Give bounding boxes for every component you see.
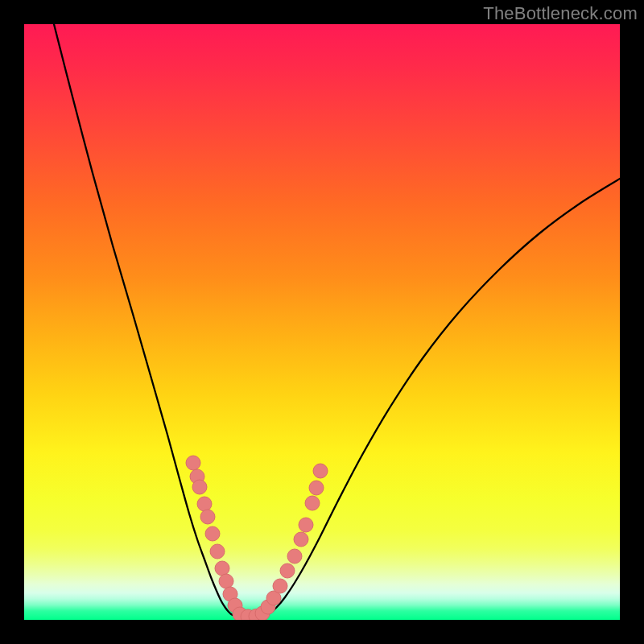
data-marker (280, 564, 295, 578)
data-marker (197, 497, 212, 511)
chart-overlay-svg (24, 24, 620, 620)
data-marker (273, 579, 287, 593)
data-marker (299, 518, 313, 532)
data-marker (205, 526, 220, 541)
data-marker (287, 549, 302, 564)
data-marker (305, 496, 320, 510)
curve-right-branch (260, 179, 620, 617)
data-marker (215, 561, 229, 576)
watermark-text: TheBottleneck.com (483, 3, 638, 24)
data-marker (192, 480, 207, 494)
marker-group (186, 456, 328, 620)
data-marker (210, 544, 225, 559)
data-marker (219, 574, 233, 588)
chart-frame: TheBottleneck.com (0, 0, 644, 644)
data-marker (309, 481, 324, 495)
data-marker (294, 532, 308, 547)
data-marker (313, 464, 328, 478)
data-marker (186, 456, 200, 470)
data-marker (200, 510, 215, 524)
plot-area (24, 24, 620, 620)
